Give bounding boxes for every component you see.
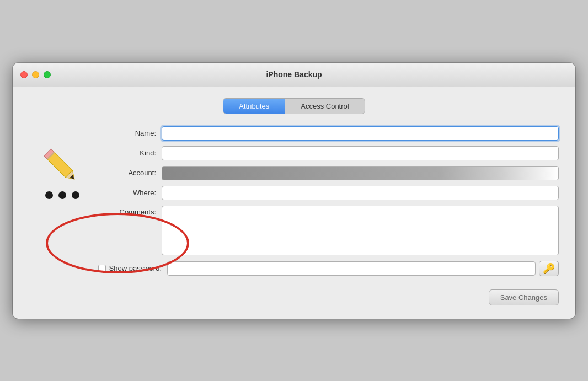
dots-row xyxy=(45,191,79,199)
name-label: Name: xyxy=(106,129,162,137)
where-row: Where: xyxy=(106,186,559,200)
window-title: iPhone Backup xyxy=(266,70,322,79)
kind-row: Kind: xyxy=(106,146,559,160)
maximize-button[interactable] xyxy=(44,71,51,78)
dot-1 xyxy=(45,191,53,199)
dot-2 xyxy=(58,191,66,199)
account-row: Account: xyxy=(106,166,559,180)
form-area: Name: Kind: Account: Wh xyxy=(106,126,559,282)
where-input[interactable] xyxy=(162,186,559,200)
key-icon: 🔑 xyxy=(543,262,555,275)
kind-input[interactable] xyxy=(162,146,559,160)
show-password-checkbox[interactable] xyxy=(98,265,106,272)
key-button[interactable]: 🔑 xyxy=(539,261,559,276)
comments-input[interactable] xyxy=(162,206,559,255)
window-inner: Name: Kind: Account: Wh xyxy=(29,126,559,305)
tab-group: Attributes Access Control xyxy=(223,98,365,114)
window-controls xyxy=(20,71,51,78)
title-bar: iPhone Backup xyxy=(13,63,575,87)
tab-bar: Attributes Access Control xyxy=(29,98,559,114)
account-input-blurred xyxy=(162,166,559,180)
name-row: Name: xyxy=(106,126,559,141)
main-window: iPhone Backup Attributes Access Control xyxy=(13,63,575,319)
show-password-group: Show password: xyxy=(106,264,167,272)
account-label: Account: xyxy=(106,169,162,177)
icon-area xyxy=(29,126,95,282)
close-button[interactable] xyxy=(20,71,28,78)
save-changes-button[interactable]: Save Changes xyxy=(489,289,559,305)
comments-label: Comments: xyxy=(106,206,162,216)
password-row: Show password: 🔑 xyxy=(106,261,559,276)
dot-3 xyxy=(72,191,79,199)
content-area: Name: Kind: Account: Wh xyxy=(29,126,559,282)
tab-access-control[interactable]: Access Control xyxy=(285,99,364,114)
name-input[interactable] xyxy=(162,126,559,141)
kind-label: Kind: xyxy=(106,149,162,157)
window-body: Attributes Access Control xyxy=(13,87,575,319)
tab-attributes[interactable]: Attributes xyxy=(223,99,285,114)
minimize-button[interactable] xyxy=(32,71,39,78)
password-input[interactable] xyxy=(167,261,536,276)
show-password-label: Show password: xyxy=(109,264,162,272)
comments-row: Comments: xyxy=(106,206,559,255)
pencil-icon xyxy=(40,143,84,187)
bottom-bar: Save Changes xyxy=(29,289,559,305)
where-label: Where: xyxy=(106,189,162,197)
